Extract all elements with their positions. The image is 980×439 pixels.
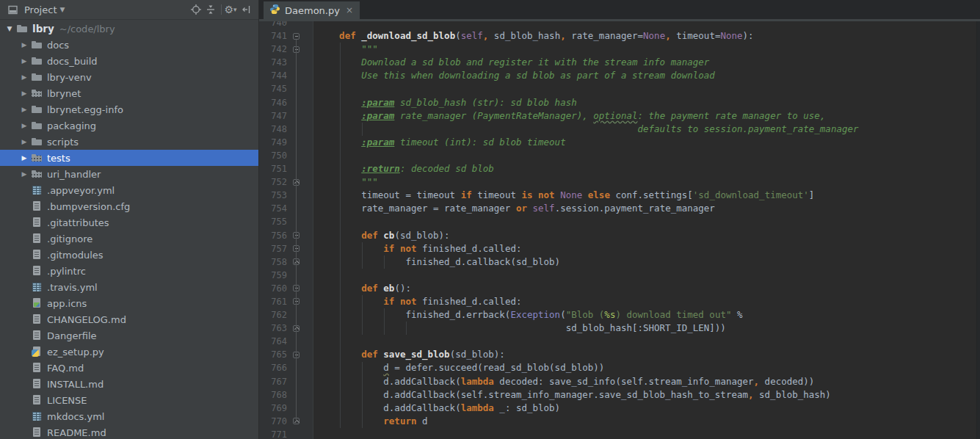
tree-item-label: docs_build (47, 56, 98, 67)
tree-expand-arrow[interactable]: ▶ (18, 154, 31, 162)
hide-panel-icon[interactable] (239, 2, 254, 17)
fold-gutter (287, 136, 313, 149)
code-editor[interactable]: 740 741 def _download_sd_blob(self, sd_b… (259, 21, 980, 439)
fold-gutter (287, 402, 313, 415)
code-line: 767 d.addCallback(lambda decoded: save_s… (259, 375, 980, 388)
tree-item-changelog-md[interactable]: CHANGELOG.md (0, 311, 258, 327)
collapse-all-icon[interactable] (203, 2, 218, 17)
tree-item-label: .gitmodules (47, 250, 104, 261)
tree-item--gitignore[interactable]: .gitignore (0, 231, 258, 247)
tree-expand-arrow[interactable]: ▶ (18, 170, 31, 178)
line-number: 754 (259, 202, 287, 215)
tree-item-docs-build[interactable]: ▶ docs_build (0, 53, 258, 69)
line-number: 760 (259, 282, 287, 295)
tree-item-lbry[interactable]: ▼ lbry ~/code/lbry (0, 21, 258, 37)
line-number: 756 (259, 229, 287, 242)
tree-item-label: uri_handler (47, 169, 101, 180)
indent-guide (384, 308, 385, 335)
line-number: 767 (259, 375, 287, 388)
file-text-icon (31, 200, 44, 212)
fold-gutter (287, 375, 313, 388)
project-dropdown-caret[interactable]: ▼ (59, 6, 65, 13)
tree-item--gitattributes[interactable]: .gitattributes (0, 214, 258, 231)
code-line: 743 Download a sd blob and register it w… (259, 56, 980, 69)
tree-item-app-icns[interactable]: app.icns (0, 295, 258, 311)
tree-expand-arrow[interactable]: ▶ (18, 41, 31, 48)
tab-daemon-py[interactable]: Daemon.py × (264, 1, 360, 19)
fold-region-line (296, 40, 297, 421)
code-line: 765 def save_sd_blob(sd_blob): (259, 348, 980, 361)
tree-item--pylintrc[interactable]: .pylintrc (0, 263, 258, 279)
code-line: 757 if not finished_d.called: (259, 242, 980, 255)
tool-window-icon (5, 2, 20, 17)
code-line: 746 :param sd_blob_hash (str): sd blob h… (259, 96, 980, 109)
locate-target-icon[interactable] (189, 2, 203, 17)
tree-item-tests[interactable]: ▶ tests (0, 150, 258, 166)
line-number: 740 (259, 21, 287, 29)
tree-item-dangerfile[interactable]: Dangerfile (0, 327, 258, 344)
code-line: 752 """ (259, 175, 980, 189)
editor-tab-bar: Daemon.py × (259, 0, 980, 21)
line-number: 763 (259, 322, 287, 335)
folder-icon (16, 23, 29, 35)
tree-item-packaging[interactable]: ▶ packaging (0, 117, 258, 134)
code-line: 766 d = defer.succeed(read_sd_blob(sd_bl… (259, 361, 980, 374)
tree-expand-arrow[interactable]: ▶ (18, 138, 31, 145)
tree-item-lbrynet-egg-info[interactable]: ▶ lbrynet.egg-info (0, 101, 258, 117)
tree-item-license[interactable]: LICENSE (0, 392, 258, 408)
tree-item--gitmodules[interactable]: .gitmodules (0, 247, 258, 263)
fold-collapse-marker[interactable] (293, 33, 300, 40)
tree-item-readme-md[interactable]: README.md (0, 424, 258, 439)
tree-item-ez-setup-py[interactable]: ez_setup.py (0, 344, 258, 360)
file-text-icon (31, 330, 44, 341)
file-text-icon (31, 313, 44, 325)
tree-item-install-md[interactable]: INSTALL.md (0, 376, 258, 392)
file-text-icon (31, 427, 44, 438)
editor-scrollbar-track[interactable] (976, 21, 980, 439)
tree-expand-arrow[interactable]: ▶ (18, 122, 31, 129)
line-number: 765 (259, 348, 287, 361)
tree-expand-arrow[interactable]: ▶ (18, 90, 31, 97)
tree-item-label: lbry-venv (47, 72, 92, 83)
line-number: 752 (259, 175, 287, 189)
fold-gutter (287, 388, 313, 402)
tree-item-label: .appveyor.yml (47, 185, 115, 196)
tree-item--bumpversion-cfg[interactable]: .bumpversion.cfg (0, 198, 258, 214)
code-line-text: d = defer.succeed(read_sd_blob(sd_blob)) (313, 361, 980, 374)
tree-item-label: lbrynet.egg-info (47, 104, 123, 115)
tree-item-lbry-venv[interactable]: ▶ lbry-venv (0, 69, 258, 85)
tree-item-mkdocs-yml[interactable]: mkdocs.yml (0, 408, 258, 424)
tree-expand-arrow[interactable]: ▶ (18, 73, 31, 81)
tree-item-label: .gitignore (47, 233, 92, 244)
tree-item-uri-handler[interactable]: ▶ uri_handler (0, 166, 258, 182)
python-file-icon (269, 4, 280, 18)
code-line-text: if not finished_d.called: (313, 242, 980, 255)
tab-close-icon[interactable]: × (346, 6, 353, 15)
indent-guide (362, 123, 363, 136)
code-line-text (313, 21, 980, 29)
tree-item-scripts[interactable]: ▶ scripts (0, 134, 258, 150)
fold-gutter (287, 109, 313, 123)
code-line-text: rate_manager = rate_manager or self.sess… (313, 202, 980, 215)
tree-item-docs[interactable]: ▶ docs (0, 37, 258, 53)
code-line: 768 d.addCallback(self.stream_info_manag… (259, 388, 980, 402)
file-text-icon (31, 362, 44, 374)
tree-expand-arrow[interactable]: ▶ (18, 57, 31, 65)
tree-expand-arrow[interactable]: ▶ (18, 106, 31, 113)
tree-item-label: lbry (32, 23, 54, 35)
settings-gear-icon[interactable]: ⚙▾ (225, 2, 239, 17)
project-panel-title[interactable]: Project (24, 4, 57, 15)
tree-item-label: LICENSE (47, 395, 87, 406)
tree-item--travis-yml[interactable]: .travis.yml (0, 279, 258, 295)
tree-item--appveyor-yml[interactable]: .appveyor.yml (0, 182, 258, 198)
code-line: 758 finished_d.callback(sd_blob) (259, 255, 980, 269)
fold-gutter (287, 295, 313, 308)
folder-icon (31, 55, 44, 67)
code-line: 764 (259, 335, 980, 348)
tree-item-lbrynet[interactable]: ▶ lbrynet (0, 85, 258, 101)
tree-expand-arrow[interactable]: ▼ (3, 25, 16, 32)
folder-pkg-icon (31, 87, 44, 99)
tree-item-faq-md[interactable]: FAQ.md (0, 360, 258, 376)
code-line: 759 (259, 269, 980, 282)
folder-icon (31, 71, 44, 83)
